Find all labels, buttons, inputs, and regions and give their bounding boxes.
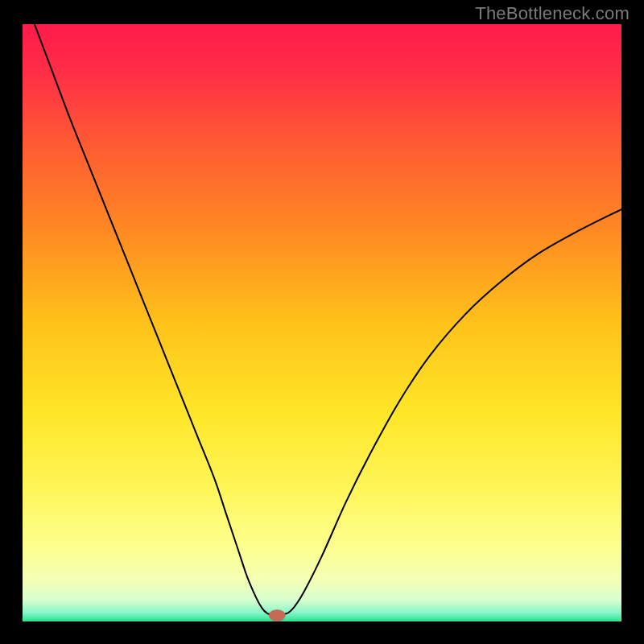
plot-area bbox=[23, 24, 621, 621]
optimal-point-marker bbox=[269, 609, 286, 621]
chart-frame: TheBottleneck.com bbox=[0, 0, 644, 644]
gradient-background bbox=[23, 24, 621, 621]
bottleneck-chart bbox=[23, 24, 621, 621]
watermark-label: TheBottleneck.com bbox=[475, 3, 630, 24]
